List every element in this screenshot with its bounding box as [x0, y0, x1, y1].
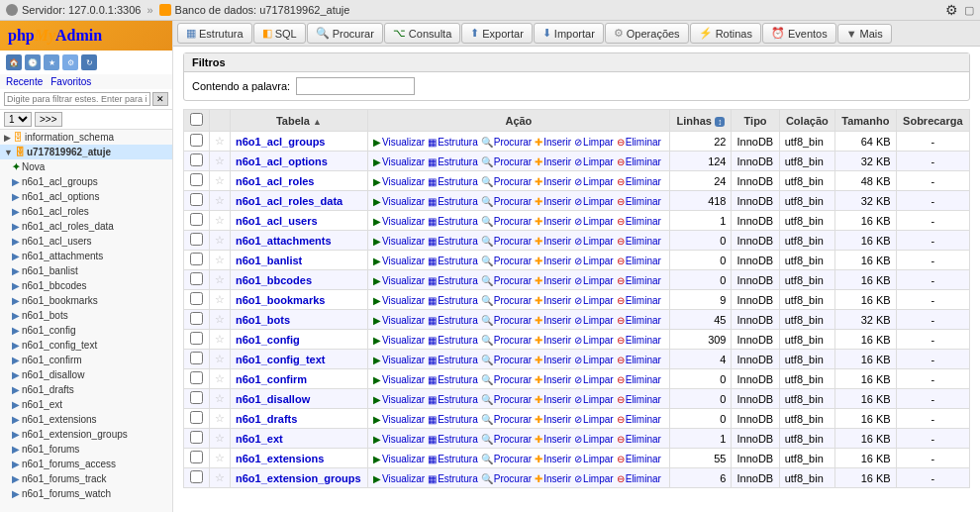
col-tabela[interactable]: Tabela ▲ [231, 110, 368, 132]
filter-input[interactable] [296, 77, 415, 95]
table-name-link[interactable]: n6o1_drafts [236, 413, 297, 425]
action-estrutura[interactable]: ▦ Estrutura [428, 137, 478, 148]
action-limpar[interactable]: ⊘ Limpar [574, 434, 614, 445]
action-inserir[interactable]: ✚ Inserir [535, 275, 571, 286]
sidebar-item-n6o1-forums-watch[interactable]: ▶ n6o1_forums_watch [0, 486, 172, 501]
action-visualizar[interactable]: ▶ Visualizar [373, 176, 425, 187]
sidebar-item-n6o1-acl-users[interactable]: ▶ n6o1_acl_users [0, 234, 172, 249]
action-eliminar[interactable]: ⊖ Eliminar [617, 196, 661, 207]
action-procurar[interactable]: 🔍 Procurar [481, 315, 532, 326]
action-visualizar[interactable]: ▶ Visualizar [373, 454, 425, 464]
action-estrutura[interactable]: ▦ Estrutura [428, 236, 478, 247]
action-estrutura[interactable]: ▦ Estrutura [428, 454, 478, 464]
action-inserir[interactable]: ✚ Inserir [535, 473, 571, 484]
home-icon[interactable]: 🏠 [6, 54, 22, 70]
action-estrutura[interactable]: ▦ Estrutura [428, 414, 478, 425]
action-estrutura[interactable]: ▦ Estrutura [428, 176, 478, 187]
sidebar-item-n6o1-acl-options[interactable]: ▶ n6o1_acl_options [0, 189, 172, 204]
star-icon[interactable]: ☆ [215, 154, 225, 166]
action-limpar[interactable]: ⊘ Limpar [574, 473, 614, 484]
action-visualizar[interactable]: ▶ Visualizar [373, 355, 425, 365]
action-eliminar[interactable]: ⊖ Eliminar [617, 374, 661, 385]
action-procurar[interactable]: 🔍 Procurar [481, 176, 532, 187]
table-name-link[interactable]: n6o1_bookmarks [236, 294, 325, 306]
rotinas-button[interactable]: ⚡ Rotinas [690, 23, 761, 44]
sidebar-item-n6o1-extension-groups[interactable]: ▶ n6o1_extension_groups [0, 427, 172, 442]
action-procurar[interactable]: 🔍 Procurar [481, 137, 532, 148]
sidebar-item-n6o1-ext[interactable]: ▶ n6o1_ext [0, 397, 172, 412]
star-icon[interactable]: ☆ [215, 293, 225, 305]
mais-button[interactable]: ▼ Mais [837, 24, 892, 44]
action-limpar[interactable]: ⊘ Limpar [574, 196, 614, 207]
row-checkbox[interactable] [190, 371, 203, 384]
sidebar-item-n6o1-forums-track[interactable]: ▶ n6o1_forums_track [0, 471, 172, 486]
recent-label[interactable]: Recente [6, 76, 43, 87]
table-name-link[interactable]: n6o1_banlist [236, 255, 302, 266]
sidebar-item-n6o1-drafts[interactable]: ▶ n6o1_drafts [0, 382, 172, 397]
sidebar-item-n6o1-forums-access[interactable]: ▶ n6o1_forums_access [0, 457, 172, 471]
action-procurar[interactable]: 🔍 Procurar [481, 216, 532, 227]
table-name-link[interactable]: n6o1_acl_groups [236, 136, 325, 148]
row-checkbox[interactable] [190, 173, 203, 186]
sync-icon[interactable]: ↻ [81, 54, 97, 70]
sidebar-item-n6o1-attachments[interactable]: ▶ n6o1_attachments [0, 249, 172, 263]
action-eliminar[interactable]: ⊖ Eliminar [617, 236, 661, 247]
action-visualizar[interactable]: ▶ Visualizar [373, 414, 425, 425]
sidebar-page-select[interactable]: 1 [4, 112, 32, 127]
action-procurar[interactable]: 🔍 Procurar [481, 374, 532, 385]
action-inserir[interactable]: ✚ Inserir [535, 236, 571, 247]
action-procurar[interactable]: 🔍 Procurar [481, 236, 532, 247]
action-visualizar[interactable]: ▶ Visualizar [373, 275, 425, 286]
action-inserir[interactable]: ✚ Inserir [535, 196, 571, 207]
action-procurar[interactable]: 🔍 Procurar [481, 355, 532, 365]
sidebar-item-u717819962-atuje[interactable]: ▼ 🗄 u717819962_atuje [0, 145, 172, 159]
action-eliminar[interactable]: ⊖ Eliminar [617, 394, 661, 405]
action-estrutura[interactable]: ▦ Estrutura [428, 216, 478, 227]
col-colacao[interactable]: Colação [779, 110, 834, 132]
star-icon[interactable]: ☆ [215, 392, 225, 404]
star-icon[interactable]: ☆ [215, 135, 225, 147]
settings-sidebar-icon[interactable]: ⚙ [62, 54, 78, 70]
action-visualizar[interactable]: ▶ Visualizar [373, 335, 425, 346]
action-eliminar[interactable]: ⊖ Eliminar [617, 295, 661, 306]
action-estrutura[interactable]: ▦ Estrutura [428, 473, 478, 484]
sidebar-item-n6o1-bbcodes[interactable]: ▶ n6o1_bbcodes [0, 278, 172, 293]
star-icon[interactable]: ☆ [215, 353, 225, 364]
table-name-link[interactable]: n6o1_acl_roles_data [236, 195, 343, 207]
col-linhas[interactable]: Linhas ↕ [669, 110, 732, 132]
sidebar-item-n6o1-acl-roles[interactable]: ▶ n6o1_acl_roles [0, 204, 172, 219]
action-eliminar[interactable]: ⊖ Eliminar [617, 434, 661, 445]
action-inserir[interactable]: ✚ Inserir [535, 394, 571, 405]
action-limpar[interactable]: ⊘ Limpar [574, 137, 614, 148]
action-inserir[interactable]: ✚ Inserir [535, 315, 571, 326]
row-checkbox[interactable] [190, 213, 203, 226]
action-procurar[interactable]: 🔍 Procurar [481, 454, 532, 464]
action-inserir[interactable]: ✚ Inserir [535, 216, 571, 227]
table-name-link[interactable]: n6o1_acl_roles [236, 175, 315, 187]
row-checkbox[interactable] [190, 332, 203, 345]
action-visualizar[interactable]: ▶ Visualizar [373, 295, 425, 306]
action-visualizar[interactable]: ▶ Visualizar [373, 196, 425, 207]
action-limpar[interactable]: ⊘ Limpar [574, 374, 614, 385]
action-procurar[interactable]: 🔍 Procurar [481, 256, 532, 266]
star-icon[interactable]: ☆ [215, 313, 225, 325]
table-name-link[interactable]: n6o1_bbcodes [236, 274, 312, 286]
table-name-link[interactable]: n6o1_bots [236, 314, 290, 326]
col-tamanho[interactable]: Tamanho [835, 110, 897, 132]
exportar-button[interactable]: ⬆ Exportar [461, 23, 533, 44]
action-estrutura[interactable]: ▦ Estrutura [428, 394, 478, 405]
star-icon[interactable]: ☆ [215, 254, 225, 265]
action-limpar[interactable]: ⊘ Limpar [574, 156, 614, 167]
action-inserir[interactable]: ✚ Inserir [535, 137, 571, 148]
action-inserir[interactable]: ✚ Inserir [535, 414, 571, 425]
col-sobrecarga[interactable]: Sobrecarga [896, 110, 969, 132]
table-name-link[interactable]: n6o1_ext [236, 433, 283, 445]
action-procurar[interactable]: 🔍 Procurar [481, 335, 532, 346]
row-checkbox[interactable] [190, 292, 203, 305]
action-estrutura[interactable]: ▦ Estrutura [428, 295, 478, 306]
col-check[interactable] [184, 110, 210, 132]
action-eliminar[interactable]: ⊖ Eliminar [617, 176, 661, 187]
action-estrutura[interactable]: ▦ Estrutura [428, 355, 478, 365]
sidebar-search-clear[interactable]: ✕ [152, 92, 168, 106]
table-name-link[interactable]: n6o1_config_text [236, 354, 325, 365]
